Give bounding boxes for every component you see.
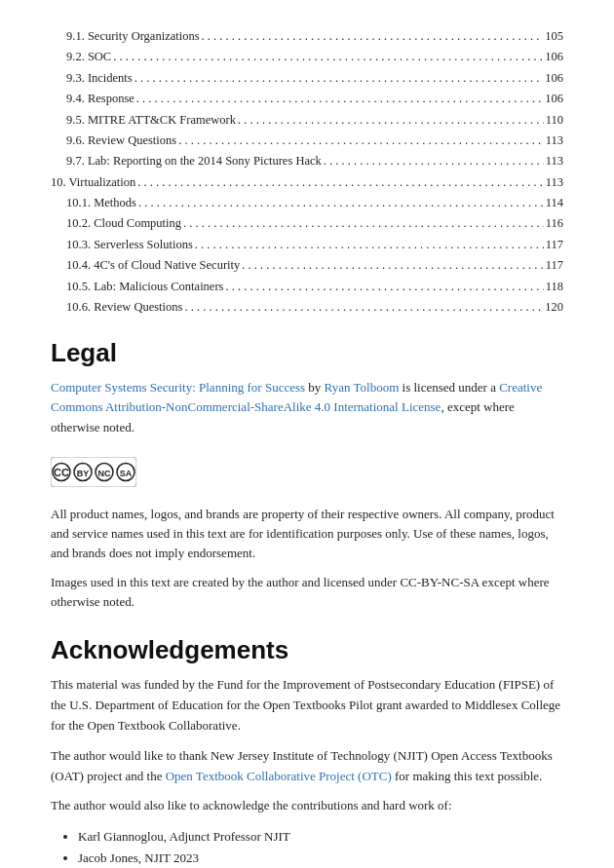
toc-line: 9.5. MITRE ATT&CK Framework110 [51, 111, 563, 130]
author-link[interactable]: Ryan Tolboom [325, 380, 400, 395]
toc-line: 10.5. Lab: Malicious Containers118 [51, 278, 563, 296]
toc-item-page: 113 [546, 173, 563, 192]
toc-item-page: 110 [546, 111, 563, 130]
svg-text:CC: CC [54, 467, 69, 478]
toc-line: 9.7. Lab: Reporting on the 2014 Sony Pic… [51, 152, 563, 170]
toc-line: 10.6. Review Questions120 [51, 298, 563, 317]
toc-dots [242, 256, 543, 275]
toc-dots [136, 90, 543, 108]
ack-paragraph3: The author would also like to acknowledg… [51, 796, 563, 816]
svg-text:NC: NC [98, 469, 111, 478]
toc-line: 9.4. Response106 [51, 90, 563, 108]
toc-line: 9.1. Security Organizations105 [51, 27, 563, 46]
acknowledgements-heading: Acknowledgements [51, 635, 563, 665]
toc-dots [113, 48, 543, 66]
contributor-item: Jacob Jones, NJIT 2023 [78, 848, 563, 868]
toc-item-page: 117 [546, 236, 563, 254]
toc-dots [134, 69, 544, 88]
toc-dots [225, 278, 543, 296]
toc-item-title: 9.7. Lab: Reporting on the 2014 Sony Pic… [66, 152, 322, 170]
book-title-link[interactable]: Computer Systems Security: Planning for … [51, 380, 305, 395]
toc-item-title: 9.6. Review Questions [66, 132, 176, 150]
toc-line: 10.1. Methods114 [51, 194, 563, 212]
toc-item-title: 10.3. Serverless Solutions [66, 236, 193, 254]
legal-heading: Legal [51, 338, 563, 368]
toc-line: 10.3. Serverless Solutions117 [51, 236, 563, 254]
contributors-list: Karl Giannoglou, Adjunct Professor NJITJ… [78, 826, 563, 868]
toc-item-page: 120 [545, 298, 563, 317]
toc-item-page: 116 [546, 214, 563, 233]
toc-item-title: 9.5. MITRE ATT&CK Framework [66, 111, 236, 130]
toc-line: 10. Virtualization113 [51, 173, 563, 192]
toc-dots [184, 298, 543, 317]
cc-license-badge: CC BY NC SA [51, 457, 136, 487]
toc-item-page: 114 [546, 194, 563, 212]
toc-dots [138, 194, 544, 212]
toc-dots [202, 27, 544, 46]
toc-dots [178, 132, 544, 150]
toc-item-title: 9.1. Security Organizations [66, 27, 200, 46]
ack-paragraph2: The author would like to thank New Jerse… [51, 746, 563, 787]
legal-paragraph2: All product names, logos, and brands are… [51, 505, 563, 563]
toc-item-page: 113 [546, 152, 563, 170]
toc-dots [324, 152, 544, 170]
svg-text:BY: BY [77, 469, 90, 478]
toc-dots [183, 214, 544, 233]
toc-item-title: 10.1. Methods [66, 194, 136, 212]
toc-item-title: 10.6. Review Questions [66, 298, 182, 317]
toc-item-page: 118 [546, 278, 563, 296]
toc-item-title: 10. Virtualization [51, 173, 135, 192]
contributor-item: Karl Giannoglou, Adjunct Professor NJIT [78, 826, 563, 848]
toc-item-page: 106 [545, 48, 563, 66]
legal-paragraph1: Computer Systems Security: Planning for … [51, 378, 563, 436]
svg-text:SA: SA [120, 469, 133, 478]
toc-dots [137, 173, 544, 192]
toc-item-page: 105 [545, 27, 563, 46]
toc-dots [195, 236, 544, 254]
toc-item-page: 106 [545, 69, 563, 88]
toc-item-title: 10.4. 4C's of Cloud Native Security [66, 256, 240, 275]
otc-link[interactable]: Open Textbook Collaborative Project (OTC… [166, 769, 392, 783]
toc-line: 10.2. Cloud Computing116 [51, 214, 563, 233]
toc-item-page: 113 [546, 132, 563, 150]
toc-line: 9.2. SOC106 [51, 48, 563, 66]
toc-line: 9.3. Incidents106 [51, 69, 563, 88]
legal-paragraph3: Images used in this text are created by … [51, 573, 563, 612]
toc-line: 9.6. Review Questions113 [51, 132, 563, 150]
toc-line: 10.4. 4C's of Cloud Native Security117 [51, 256, 563, 275]
toc-item-page: 117 [546, 256, 563, 275]
toc-item-title: 9.3. Incidents [66, 69, 133, 88]
table-of-contents: 9.1. Security Organizations1059.2. SOC10… [51, 27, 563, 317]
toc-item-title: 10.5. Lab: Malicious Containers [66, 278, 223, 296]
toc-item-title: 10.2. Cloud Computing [66, 214, 181, 233]
ack-paragraph1: This material was funded by the Fund for… [51, 675, 563, 736]
toc-item-page: 106 [545, 90, 563, 108]
toc-item-title: 9.4. Response [66, 90, 134, 108]
toc-item-title: 9.2. SOC [66, 48, 111, 66]
toc-dots [238, 111, 544, 130]
